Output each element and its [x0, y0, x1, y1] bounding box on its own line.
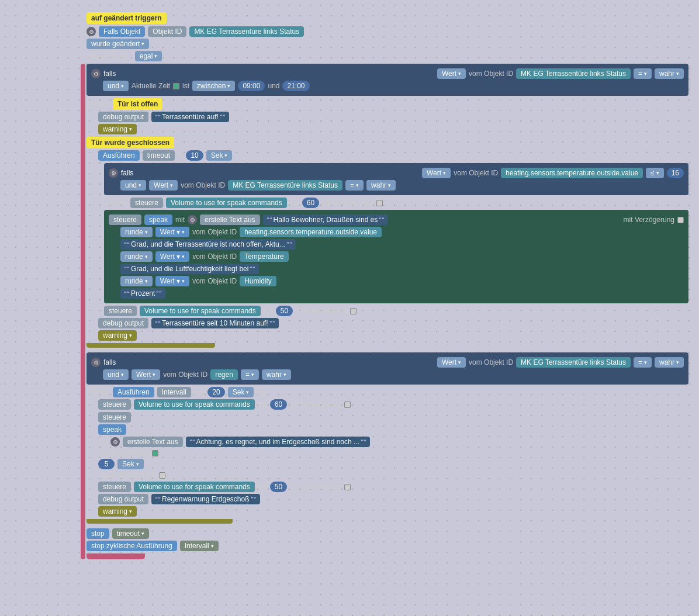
regenwarnung-pill[interactable]: Regenwarnung Erdgeschoß: [151, 494, 259, 504]
steuere-btn-1[interactable]: steuere: [130, 198, 163, 208]
val60-pill-1[interactable]: 60: [302, 198, 319, 208]
verz-check-3b[interactable]: [344, 484, 351, 490]
und-dd-2[interactable]: und: [120, 180, 146, 191]
timeout-val-pill[interactable]: 10: [186, 150, 203, 161]
debug-btn-3[interactable]: debug output: [98, 494, 148, 504]
sek-dd[interactable]: Sek: [206, 150, 233, 161]
volume-cmd-btn-1[interactable]: Volume to use for speak commands: [166, 198, 287, 208]
temperature-obj-btn[interactable]: Temperature: [240, 251, 288, 262]
intervall-dd-bottom[interactable]: Intervall: [180, 541, 219, 551]
verz-check-3[interactable]: [350, 308, 357, 314]
heating-id-btn[interactable]: heating.sensors.temperature.outside.valu…: [501, 168, 643, 178]
aktuelle-check[interactable]: [173, 83, 179, 89]
warning-dd-2[interactable]: warning: [98, 330, 137, 341]
falls-objekt-gear[interactable]: ⚙: [86, 27, 96, 36]
wert-dd-r1[interactable]: Wert ▾: [155, 227, 189, 237]
sek2-dd-3[interactable]: Sek: [117, 459, 144, 469]
wert-dd-1[interactable]: Wert: [437, 68, 466, 79]
stop-btn[interactable]: stop: [86, 528, 109, 539]
objekt-id-btn[interactable]: Objekt ID: [148, 26, 186, 37]
falls-gear-2[interactable]: ⚙: [109, 168, 118, 178]
stop-zykl-btn[interactable]: stop zyklische Ausführung: [86, 541, 177, 551]
val50-pill-3[interactable]: 50: [270, 482, 287, 492]
anerkannt-dropdown[interactable]: egal: [135, 51, 162, 61]
speak-btn-3[interactable]: speak: [98, 424, 126, 435]
verz-check-1[interactable]: [376, 200, 383, 206]
volume-cmd-btn-3[interactable]: Volume to use for speak commands: [134, 399, 255, 410]
volume-cmd-btn-2[interactable]: Volume to use for speak commands: [140, 306, 261, 316]
hallo-text-pill[interactable]: Hallo Bewohner, Draußen sind es: [263, 214, 389, 225]
runde-dd-1[interactable]: runde: [120, 227, 153, 237]
erstelle-gear[interactable]: ⚙: [188, 215, 197, 224]
time1-pill[interactable]: 09:00: [238, 81, 265, 91]
mk-id-2[interactable]: MK EG Terrassentüre links Status: [228, 180, 342, 191]
mk-status-1[interactable]: MK EG Terrassentüre links Status: [516, 68, 631, 79]
objekt-id-value[interactable]: MK EG Terrassentüre links Status: [189, 26, 304, 37]
sek-dd-3[interactable]: Sek: [228, 387, 254, 397]
falls-objekt-btn[interactable]: Falls Objekt: [99, 26, 145, 37]
prozent-pill[interactable]: Prozent: [120, 288, 165, 299]
tuer-offen-label[interactable]: Tür ist offen: [113, 98, 162, 110]
regen-id-btn[interactable]: regen: [210, 369, 238, 380]
achtung-text-pill[interactable]: Achtung, es regnet, und im Erdgeschoß si…: [186, 437, 371, 447]
mit-verz-check-3[interactable]: [152, 450, 158, 456]
wurde-geaendert-dropdown[interactable]: wurde geändert: [86, 39, 149, 49]
val20-pill[interactable]: 20: [207, 387, 224, 397]
wahr-dd-1[interactable]: wahr: [655, 68, 684, 79]
intervall-btn-3[interactable]: Intervall: [157, 387, 191, 397]
le-dd[interactable]: ≤: [646, 168, 664, 178]
steuere-btn-3a[interactable]: steuere: [98, 399, 131, 410]
steuere-btn-3b[interactable]: steuere: [98, 482, 131, 492]
verz-check-2[interactable]: [677, 217, 684, 223]
wert-dd-r3[interactable]: Wert ▾: [155, 276, 189, 286]
val50-pill-1[interactable]: 50: [276, 306, 293, 316]
val16-pill[interactable]: 16: [667, 168, 684, 178]
wahr-dd-3b[interactable]: wahr: [262, 369, 291, 380]
runde-dd-2[interactable]: runde: [120, 251, 153, 262]
timeout-dd-bottom[interactable]: timeout: [112, 528, 149, 539]
verz-check-3a[interactable]: [344, 402, 351, 408]
eq-dd-3b[interactable]: =: [241, 369, 259, 380]
speak-btn[interactable]: speak: [144, 214, 172, 225]
warning-dd-3[interactable]: warning: [98, 506, 137, 517]
wert-dd-3[interactable]: Wert: [437, 357, 466, 368]
erstelle-gear-3[interactable]: ⚙: [110, 437, 120, 447]
trigger-label[interactable]: auf geändert triggern: [86, 12, 167, 24]
eq-dd-1[interactable]: =: [634, 68, 652, 79]
falls-gear-1[interactable]: ⚙: [91, 69, 101, 78]
terrassentuere-10min-pill[interactable]: Terrassentüre seit 10 Minuten auf!: [151, 318, 278, 328]
wert-dd-2[interactable]: Wert: [422, 168, 451, 178]
wert-dd-2b[interactable]: Wert: [149, 180, 178, 191]
eq-dd-2[interactable]: =: [345, 180, 364, 191]
debug-btn-1[interactable]: debug output: [98, 112, 148, 122]
wahr-dd-2[interactable]: wahr: [366, 180, 396, 191]
erstelle-btn-3[interactable]: erstelle Text aus: [123, 437, 183, 447]
steuere-btn-3[interactable]: steuere: [104, 306, 137, 316]
und-dd-1[interactable]: und: [103, 81, 129, 91]
wahr-dd-3[interactable]: wahr: [655, 357, 684, 368]
erstelle-btn[interactable]: erstelle Text aus: [200, 214, 260, 225]
ausfuehren-btn[interactable]: Ausführen: [98, 150, 140, 161]
volume-cmd-btn-3b[interactable]: Volume to use for speak commands: [134, 482, 255, 492]
val60-pill-3[interactable]: 60: [270, 399, 287, 410]
time2-pill[interactable]: 21:00: [282, 81, 309, 91]
loeschen-check[interactable]: [159, 472, 165, 479]
eq-dd-3[interactable]: =: [634, 357, 652, 368]
humidity-obj-btn[interactable]: Humidity: [240, 276, 276, 286]
falls-gear-3[interactable]: ⚙: [91, 358, 101, 367]
steuere-btn-2[interactable]: steuere: [109, 214, 141, 225]
mk-id-3[interactable]: MK EG Terrassentüre links Status: [516, 357, 631, 368]
und-dd-3[interactable]: und: [103, 369, 129, 380]
val5-pill[interactable]: 5: [98, 459, 115, 469]
zwischen-dd[interactable]: zwischen: [192, 81, 235, 91]
runde-dd-3[interactable]: runde: [120, 276, 153, 286]
timeout-btn[interactable]: timeout: [143, 150, 175, 161]
steuere2-btn-3[interactable]: steuere: [98, 412, 131, 423]
terrassentuere-auf-pill[interactable]: Terrassentüre auf!: [151, 112, 229, 122]
warning-dd-1[interactable]: warning: [98, 124, 137, 134]
ausfuehren-btn-3[interactable]: Ausführen: [113, 387, 154, 397]
wert-dd-r2[interactable]: Wert ▾: [155, 251, 189, 262]
grad1-pill[interactable]: Grad, und die Terrassentüre ist noch off…: [120, 239, 296, 250]
debug-btn-2[interactable]: debug output: [98, 318, 148, 328]
tuer-geschlossen-label[interactable]: Tür wurde geschlossen: [86, 137, 174, 148]
